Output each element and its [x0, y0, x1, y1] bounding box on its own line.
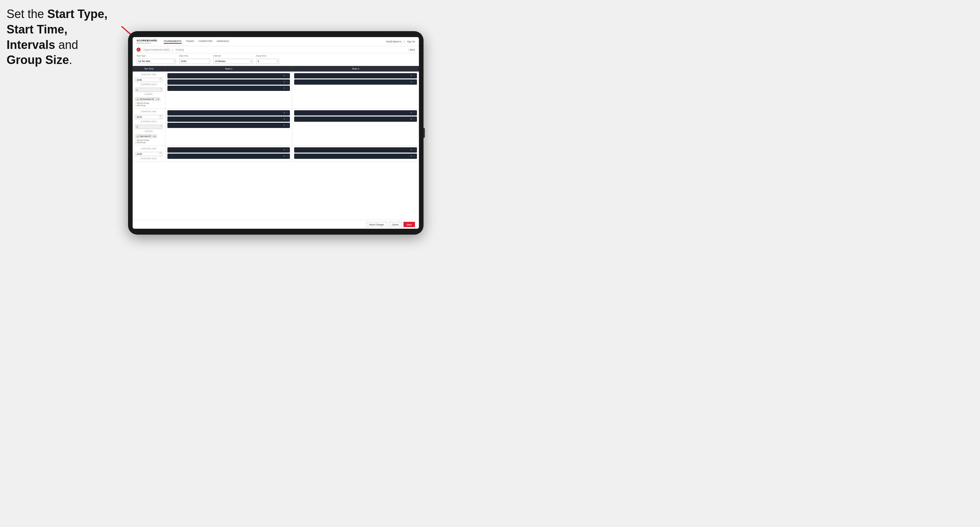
course-x-btn-2[interactable]: ×: [153, 135, 154, 137]
slot-dots-1-2[interactable]: ⋯: [286, 81, 289, 83]
course-x-btn-1[interactable]: ×: [156, 98, 157, 100]
slot-dots-3-2[interactable]: ⋯: [286, 118, 289, 121]
slot-x-3-2[interactable]: ✕: [283, 118, 285, 121]
clock-icon-2: ⏱: [159, 115, 162, 117]
tablet-side-button: [423, 128, 425, 138]
sub-header: C Clippd Invitational (Mar) | Hosting ‹ …: [133, 46, 419, 53]
slot-x-2-2[interactable]: ✕: [410, 81, 412, 83]
nav-tournaments[interactable]: TOURNAMENTS: [164, 40, 181, 44]
player-slot-6-2: ✕ ⋯: [294, 154, 417, 159]
slot-dots-2-1[interactable]: ⋯: [413, 75, 416, 77]
slot-x-1-3[interactable]: ✕: [283, 87, 285, 90]
hosting-label: Hosting: [175, 48, 183, 51]
slot-x-4-1[interactable]: ✕: [410, 111, 412, 114]
start-time-label: Start Time: [179, 55, 210, 57]
starting-time-input-1[interactable]: [135, 78, 162, 82]
start-type-select[interactable]: 1st Tee Start Shotgun Start: [137, 59, 176, 64]
hole-select-1[interactable]: 1: [135, 87, 162, 92]
slot-dots-4-1[interactable]: ⋯: [413, 111, 416, 114]
group-size-select[interactable]: 3 2 4: [256, 59, 279, 64]
player-slot-1-1: ✕ ⋯: [167, 73, 290, 78]
course-name-2: East Lake GC: [140, 135, 151, 137]
player-slot-1-3: ✕ ⋯: [167, 86, 290, 91]
slot-x-1-1[interactable]: ✕: [283, 75, 285, 77]
hole-select-2[interactable]: 1: [135, 125, 162, 129]
team2-col-1: ✕ ⋯ ✕ ⋯: [292, 71, 419, 108]
tablet-frame: SCOREBOARD Powered by clipp.io TOURNAMEN…: [128, 31, 423, 235]
slot-x-5-2[interactable]: ✕: [283, 155, 285, 157]
slot-dots-3-3[interactable]: ⋯: [286, 124, 289, 127]
tee-time-col-2: STARTING TIME: ⏱ STARTING HOLE: 1 COURSE…: [133, 109, 165, 145]
slot-x-6-1[interactable]: ✕: [410, 149, 412, 151]
nav-committee[interactable]: COMMITTEE: [199, 40, 212, 44]
starting-time-wrap-2: ⏱: [135, 113, 162, 119]
bold-start-type: Start Type,: [47, 7, 107, 21]
player-slot-5-1: ✕ ⋯: [167, 147, 290, 152]
remove-group-btn-2[interactable]: ○ Remove Group: [135, 139, 162, 141]
cancel-button[interactable]: Cancel: [389, 222, 401, 227]
save-button[interactable]: Save: [404, 222, 415, 227]
slot-dots-1-3[interactable]: ⋯: [286, 87, 289, 90]
start-time-input[interactable]: [179, 59, 210, 64]
team2-col-3: ✕ ⋯ ✕ ⋯: [292, 146, 419, 162]
course-name-1: (A) Peachtree GC: [140, 98, 154, 100]
tee-time-col-1: STARTING TIME: ⏱ STARTING HOLE: 1 COURSE…: [133, 71, 165, 108]
back-button[interactable]: ‹ Back: [409, 49, 415, 51]
slot-x-2-1[interactable]: ✕: [410, 75, 412, 77]
course-flag-icon-2: ⛳: [137, 135, 139, 137]
team1-col-3: ✕ ⋯ ✕ ⋯: [165, 146, 292, 162]
start-type-label: Start Type: [137, 55, 176, 57]
player-slot-4-1: ✕ ⋯: [294, 110, 417, 116]
sign-out-link[interactable]: Sign out: [407, 40, 415, 43]
slot-x-3-3[interactable]: ✕: [283, 124, 285, 127]
starting-time-input-2[interactable]: [135, 115, 162, 119]
starting-time-wrap-1: ⏱: [135, 76, 162, 82]
add-group-btn-1[interactable]: + Add Group: [135, 104, 162, 106]
course-expand-1[interactable]: ▸: [158, 98, 159, 100]
breadcrumb: Clippd Invitational (Mar) | Hosting: [143, 48, 409, 51]
course-expand-2[interactable]: ▸: [154, 135, 156, 137]
group-actions-2: ○ Remove Group + Add Group: [135, 139, 162, 143]
start-time-group: Start Time: [179, 55, 210, 64]
team1-col-1: ✕ ⋯ ✕ ⋯ ✕ ⋯: [165, 71, 292, 108]
course-label-1: COURSE:: [135, 93, 162, 95]
nav-rankings[interactable]: RANKINGS: [217, 40, 229, 44]
start-time-wrapper: [179, 57, 210, 64]
starting-time-input-3[interactable]: [135, 152, 162, 156]
slot-dots-3-1[interactable]: ⋯: [286, 111, 289, 114]
intervals-group: Intervals 10 Minutes 8 Minutes 12 Minute…: [213, 55, 253, 64]
slot-dots-1-1[interactable]: ⋯: [286, 75, 289, 77]
slot-x-6-2[interactable]: ✕: [410, 155, 412, 157]
reset-changes-button[interactable]: Reset Changes: [366, 222, 387, 227]
slot-x-4-2[interactable]: ✕: [410, 118, 412, 121]
nav-teams[interactable]: TEAMS: [186, 40, 194, 44]
slot-dots-4-2[interactable]: ⋯: [413, 118, 416, 121]
logo-sub: Powered by clipp.io: [137, 42, 157, 44]
nav-right: blair@clipped.io | Sign out: [386, 40, 415, 43]
slot-dots-6-1[interactable]: ⋯: [413, 149, 416, 151]
slot-dots-6-2[interactable]: ⋯: [413, 155, 416, 157]
slot-x-5-1[interactable]: ✕: [283, 149, 285, 151]
slot-dots-5-1[interactable]: ⋯: [286, 149, 289, 151]
footer: Reset Changes Cancel Save: [133, 220, 419, 229]
slot-dots-5-2[interactable]: ⋯: [286, 155, 289, 157]
slot-x-1-2[interactable]: ✕: [283, 81, 285, 83]
bold-start-time: Start Time,: [6, 23, 67, 36]
clock-icon-1: ⏱: [159, 78, 162, 80]
navbar: SCOREBOARD Powered by clipp.io TOURNAMEN…: [133, 37, 419, 46]
add-group-btn-2[interactable]: + Add Group: [135, 141, 162, 143]
slot-dots-2-2[interactable]: ⋯: [413, 81, 416, 83]
player-slot-2-2: ✕ ⋯: [294, 79, 417, 85]
course-label-2: COURSE:: [135, 130, 162, 132]
course-tag-1: ⛳ (A) Peachtree GC × ▸: [135, 97, 160, 101]
start-type-wrapper: 1st Tee Start Shotgun Start: [137, 57, 176, 64]
col-team2: Team 2: [292, 66, 419, 71]
remove-group-btn-1[interactable]: ○ Remove Group: [135, 102, 162, 104]
intervals-select[interactable]: 10 Minutes 8 Minutes 12 Minutes: [213, 59, 253, 64]
breadcrumb-sep: |: [172, 48, 173, 51]
course-area-2: COURSE: ⛳ East Lake GC × ▸: [135, 130, 162, 138]
controls-row: Start Type 1st Tee Start Shotgun Start S…: [133, 53, 419, 66]
slot-x-3-1[interactable]: ✕: [283, 111, 285, 114]
starting-hole-label-2: STARTING HOLE:: [135, 121, 162, 122]
group-size-label: Group Size: [256, 55, 279, 57]
